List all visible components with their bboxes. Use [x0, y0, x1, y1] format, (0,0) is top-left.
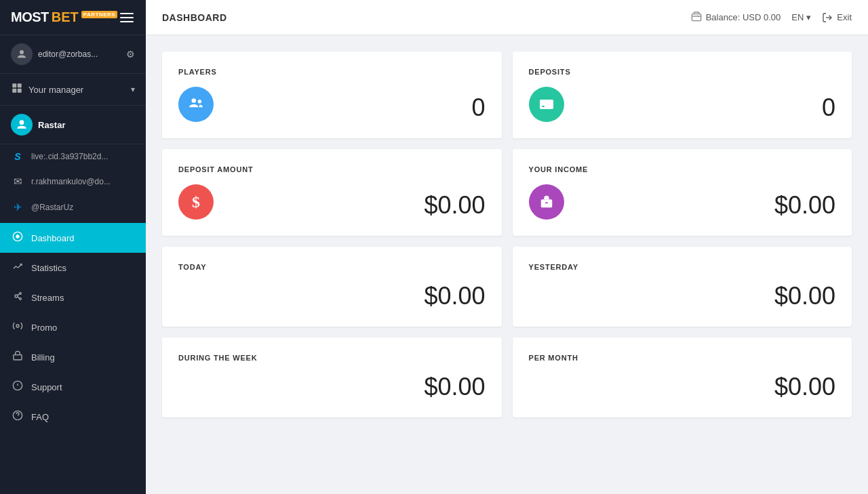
sidebar-item-label: Billing — [31, 352, 55, 363]
balance-info: Balance: USD 0.00 — [691, 11, 781, 24]
stat-value: 0 — [822, 94, 835, 122]
stat-card-header: YESTERDAY — [529, 263, 836, 271]
topbar-right: Balance: USD 0.00 EN ▾ Exit — [691, 11, 852, 24]
stat-card-body: 0 — [178, 87, 486, 122]
main-content: DASHBOARD Balance: USD 0.00 EN ▾ Exit PL… — [146, 0, 868, 494]
sidebar-header: MOSTBET PARTNERS — [0, 0, 146, 35]
contact-email[interactable]: ✉ r.rakhmankulov@do... — [0, 169, 146, 194]
statistics-icon — [11, 261, 24, 274]
stat-card-body: $0.00 — [529, 282, 836, 310]
dashboard-icon — [11, 231, 24, 245]
hamburger-line — [120, 21, 134, 22]
user-info: editor@zorbas... — [11, 43, 98, 65]
sidebar-item-label: Statistics — [31, 263, 66, 273]
chevron-down-icon: ▾ — [806, 12, 811, 22]
manager-section[interactable]: Your manager ▾ — [0, 74, 146, 106]
stat-value: $0.00 — [774, 373, 835, 401]
income-icon — [529, 184, 564, 220]
topbar: DASHBOARD Balance: USD 0.00 EN ▾ Exit — [146, 0, 868, 35]
stat-label: TODAY — [178, 263, 206, 271]
logo-most: MOST — [11, 9, 49, 25]
sidebar-item-billing[interactable]: Billing — [0, 342, 146, 372]
user-email: editor@zorbas... — [38, 49, 98, 59]
logo-partners: PARTNERS — [81, 11, 117, 18]
svg-rect-27 — [542, 106, 545, 107]
manager-left: Your manager — [11, 82, 83, 97]
telegram-icon: ✈ — [11, 201, 24, 213]
svg-line-11 — [18, 294, 20, 295]
sidebar-item-label: FAQ — [31, 412, 49, 422]
logo: MOSTBET PARTNERS — [11, 9, 117, 25]
user-section[interactable]: editor@zorbas... ⚙ — [0, 35, 146, 74]
stat-card-month: PER MONTH $0.00 — [513, 337, 852, 417]
svg-point-0 — [20, 50, 24, 54]
stat-label: PER MONTH — [529, 354, 578, 362]
svg-point-23 — [198, 100, 201, 103]
stat-value: $0.00 — [424, 373, 485, 401]
svg-line-12 — [18, 297, 20, 298]
stat-label: DEPOSITS — [529, 68, 571, 76]
deposits-icon — [529, 87, 564, 122]
svg-rect-20 — [692, 14, 701, 21]
dashboard-grid: PLAYERS 0 DEPOSITS 0 D — [146, 35, 868, 434]
sidebar-item-label: Promo — [31, 323, 57, 333]
sidebar-item-label: Streams — [31, 293, 64, 303]
faq-icon — [11, 410, 24, 424]
stat-card-body: $ $0.00 — [178, 184, 486, 220]
logo-bet: BET — [52, 9, 79, 25]
svg-rect-14 — [14, 355, 22, 360]
players-icon — [178, 87, 214, 122]
stat-value: $0.00 — [424, 191, 485, 220]
email-text: r.rakhmankulov@do... — [31, 177, 111, 186]
sidebar-item-faq[interactable]: FAQ — [0, 402, 146, 432]
email-icon: ✉ — [11, 176, 24, 188]
sidebar-item-statistics[interactable]: Statistics — [0, 253, 146, 283]
lang-label: EN — [791, 12, 804, 22]
stat-card-body: $0.00 — [529, 184, 836, 220]
stat-label: YOUR INCOME — [529, 165, 589, 173]
svg-point-7 — [16, 234, 19, 238]
stat-card-yesterday: YESTERDAY $0.00 — [513, 247, 852, 327]
sidebar-item-label: Dashboard — [31, 233, 75, 243]
stat-value: 0 — [471, 94, 485, 122]
stat-card-deposits: DEPOSITS 0 — [513, 52, 852, 138]
svg-rect-26 — [540, 102, 553, 105]
stat-card-header: TODAY — [178, 263, 486, 271]
hamburger-button[interactable] — [117, 10, 136, 25]
stat-card-header: PLAYERS — [178, 68, 486, 76]
svg-rect-2 — [18, 83, 22, 87]
exit-label: Exit — [837, 12, 852, 22]
svg-point-5 — [20, 120, 24, 125]
exit-button[interactable]: Exit — [822, 12, 852, 23]
sidebar-item-promo[interactable]: Promo — [0, 312, 146, 342]
svg-rect-3 — [12, 89, 16, 93]
stat-value: $0.00 — [774, 282, 835, 310]
language-selector[interactable]: EN ▾ — [791, 12, 811, 22]
svg-rect-1 — [12, 83, 16, 87]
svg-rect-30 — [546, 203, 547, 206]
svg-point-13 — [16, 325, 19, 327]
stat-card-header: DEPOSIT AMOUNT — [178, 165, 486, 173]
avatar — [11, 43, 33, 65]
balance-label: Balance: USD 0.00 — [706, 12, 781, 22]
hamburger-line — [120, 17, 134, 18]
sidebar-item-label: Support — [31, 382, 62, 392]
stat-card-header: DURING THE WEEK — [178, 354, 486, 362]
promo-icon — [11, 321, 24, 334]
contact-skype[interactable]: S live:.cid.3a937bb2d... — [0, 144, 146, 169]
stat-card-week: DURING THE WEEK $0.00 — [162, 337, 502, 417]
sidebar-item-streams[interactable]: Streams — [0, 283, 146, 312]
contact-telegram[interactable]: ✈ @RastarUz — [0, 194, 146, 220]
sidebar-item-support[interactable]: Support — [0, 372, 146, 402]
rastar-avatar — [11, 114, 33, 136]
stat-card-body: $0.00 — [529, 373, 836, 401]
sidebar-item-dashboard[interactable]: Dashboard — [0, 223, 146, 253]
stat-card-body: $0.00 — [178, 282, 486, 310]
wallet-icon — [691, 11, 702, 24]
billing-icon — [11, 350, 24, 364]
streams-icon — [11, 291, 24, 304]
nav-menu: Dashboard Statistics Streams Promo Billi… — [0, 223, 146, 432]
stat-card-deposit-amount: DEPOSIT AMOUNT $ $0.00 — [162, 149, 502, 236]
stat-card-body: $0.00 — [178, 373, 486, 401]
gear-icon[interactable]: ⚙ — [126, 49, 135, 60]
